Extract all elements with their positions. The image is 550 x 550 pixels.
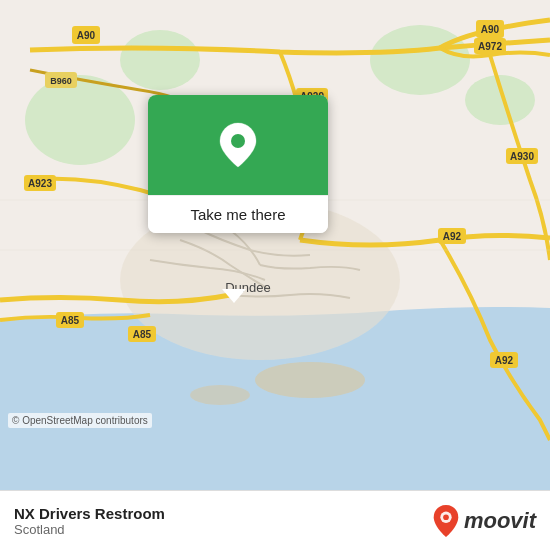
location-info: NX Drivers Restroom Scotland bbox=[14, 505, 165, 537]
svg-text:A930: A930 bbox=[510, 151, 534, 162]
svg-point-35 bbox=[231, 134, 245, 148]
svg-point-2 bbox=[190, 385, 250, 405]
bottom-bar: NX Drivers Restroom Scotland moovit bbox=[0, 490, 550, 550]
svg-text:A90: A90 bbox=[481, 24, 500, 35]
map-container: A90 A90 B960 B960 A923 A972 A929 A930 A9… bbox=[0, 0, 550, 490]
svg-text:A923: A923 bbox=[28, 178, 52, 189]
popup-card: Take me there bbox=[148, 95, 328, 233]
svg-text:A972: A972 bbox=[478, 41, 502, 52]
svg-point-3 bbox=[25, 75, 135, 165]
svg-text:A85: A85 bbox=[61, 315, 80, 326]
svg-text:A92: A92 bbox=[495, 355, 514, 366]
moovit-logo-text: moovit bbox=[464, 508, 536, 534]
svg-point-37 bbox=[443, 514, 449, 520]
location-name: NX Drivers Restroom bbox=[14, 505, 165, 522]
moovit-logo: moovit bbox=[432, 504, 536, 538]
svg-point-4 bbox=[120, 30, 200, 90]
osm-attribution: © OpenStreetMap contributors bbox=[8, 413, 152, 428]
popup-tail bbox=[222, 289, 246, 303]
svg-point-1 bbox=[255, 362, 365, 398]
svg-text:A92: A92 bbox=[443, 231, 462, 242]
svg-text:B960: B960 bbox=[50, 76, 72, 86]
location-pin-icon bbox=[218, 121, 258, 169]
popup-green-area bbox=[148, 95, 328, 195]
take-me-there-button[interactable]: Take me there bbox=[148, 195, 328, 233]
moovit-pin-icon bbox=[432, 504, 460, 538]
location-country: Scotland bbox=[14, 522, 165, 537]
svg-text:A90: A90 bbox=[77, 30, 96, 41]
svg-text:A85: A85 bbox=[133, 329, 152, 340]
svg-point-5 bbox=[370, 25, 470, 95]
